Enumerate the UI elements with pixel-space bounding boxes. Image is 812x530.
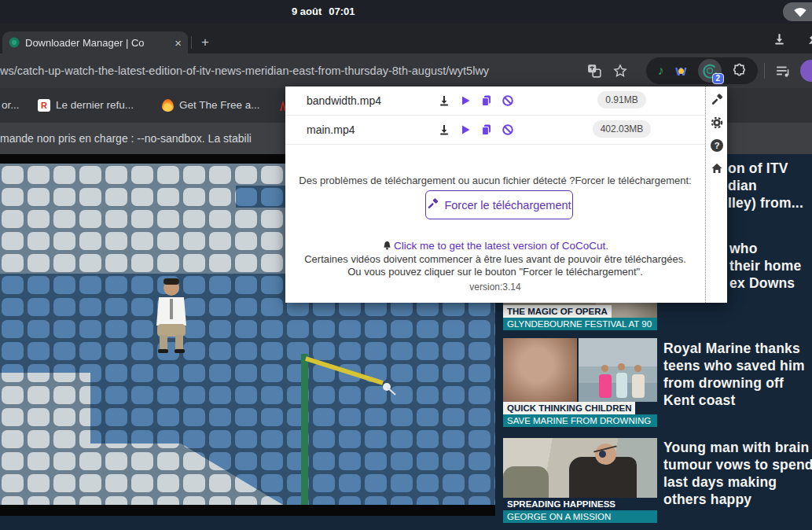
couch <box>503 466 549 498</box>
block-icon[interactable] <box>502 94 514 107</box>
marine-thumbnail-image <box>503 338 657 402</box>
bookmark-item-get-the-free[interactable]: Get The Free a... <box>179 88 260 123</box>
george-thumbnail-image <box>503 438 657 498</box>
thumbnail-banner-subtitle: GLYNDEBOURNE FESTIVAL AT 90 <box>503 318 657 330</box>
file-row: main.mp4 402.03MB <box>285 116 705 145</box>
address-toolbar: ws/catch-up-watch-the-latest-edition-of-… <box>0 53 812 88</box>
home-icon[interactable] <box>711 162 723 175</box>
downloads-icon[interactable] <box>773 32 786 49</box>
update-link[interactable]: Click me to get the latest version of Co… <box>285 240 705 252</box>
tab-close-icon[interactable]: × <box>175 37 182 49</box>
play-icon[interactable] <box>459 94 472 107</box>
hammer-icon[interactable] <box>711 94 723 106</box>
block-icon[interactable] <box>502 123 514 136</box>
extensions-group: ♪ W 2 <box>646 57 758 84</box>
force-download-button-label: Forcer le téléchargement <box>444 199 571 212</box>
infobar-message: mande non pris en charge : --no-sandbox.… <box>0 123 252 154</box>
flame-bookmark-icon <box>162 99 174 112</box>
system-time: 07:01 <box>329 6 355 17</box>
screen: 9 août 07:01 Downloader Manager | Co × +… <box>0 0 812 530</box>
system-clock[interactable]: 9 août 07:01 <box>292 6 355 17</box>
bell-icon <box>382 240 394 252</box>
article-1-headline-fragment[interactable]: on of ITV <box>728 160 788 177</box>
gear-icon[interactable] <box>711 116 723 129</box>
partial-toolbar-icon[interactable] <box>806 33 812 49</box>
download-icon[interactable] <box>438 123 450 136</box>
play-icon[interactable] <box>459 123 472 136</box>
download-manager-popup: bandwidth.mp4 0.91MB main.mp4 402.03M <box>285 86 727 303</box>
copy-icon[interactable] <box>480 123 493 136</box>
bookmark-item-le-dernier[interactable]: Le dernier refu... <box>56 88 134 123</box>
marine-face <box>503 338 577 402</box>
thumbnail-banner-title: THE MAGIC OF OPERA <box>503 305 612 318</box>
article-2-headline-fragment[interactable]: their home <box>729 257 801 274</box>
music-note-extension-icon[interactable]: ♪ <box>658 64 664 78</box>
new-tab-button[interactable]: + <box>197 34 214 51</box>
help-icon[interactable]: ? <box>711 139 723 152</box>
file-name: bandwidth.mp4 <box>307 86 381 116</box>
teen-figure <box>616 373 627 398</box>
bookmark-star-icon[interactable] <box>613 64 627 81</box>
force-download-hint: Des problèmes de téléchargement ou aucun… <box>285 175 705 186</box>
teen-figure <box>632 374 645 398</box>
popup-content: bandwidth.mp4 0.91MB main.mp4 402.03M <box>285 86 705 303</box>
thumbnail-banner-subtitle: GEORGE ON A MISSION <box>503 510 657 523</box>
bookmark-item-truncated[interactable]: or... <box>2 88 20 123</box>
article-2-headline-fragment[interactable]: ex Downs <box>729 274 795 292</box>
w-extension-dot <box>678 68 684 74</box>
file-size-badge: 402.03MB <box>593 120 652 138</box>
url-text[interactable]: ws/catch-up-watch-the-latest-edition-of-… <box>0 53 578 88</box>
thumbnail-banner-title: QUICK THINKING CHILDREN <box>503 402 635 414</box>
file-size-badge: 0.91MB <box>597 91 645 109</box>
tab-separator <box>191 36 192 49</box>
r-bookmark-icon: R <box>38 99 50 112</box>
browser-tab[interactable]: Downloader Manager | Co × <box>2 31 188 53</box>
update-link-label: Click me to get the latest version of Co… <box>394 240 608 252</box>
teen-figure <box>599 374 612 398</box>
cococut-extension-icon[interactable]: 2 <box>698 59 722 83</box>
teen-head <box>634 365 641 372</box>
teen-head <box>618 363 625 370</box>
teen-head <box>601 365 608 372</box>
george-head <box>595 444 616 465</box>
article-1-headline-fragment[interactable]: lley) from... <box>728 194 803 212</box>
w-extension-icon[interactable]: W <box>675 64 686 78</box>
file-name: main.mp4 <box>307 116 355 145</box>
article-1-headline-fragment[interactable]: dian <box>728 177 757 194</box>
playlist-icon[interactable] <box>776 64 790 81</box>
article-3-thumbnail[interactable]: QUICK THINKING CHILDREN SAVE MARINE FROM… <box>503 338 657 427</box>
eyepatch <box>599 451 606 458</box>
system-top-bar: 9 août 07:01 <box>0 0 812 24</box>
tab-title: Downloader Manager | Co <box>25 37 169 49</box>
download-icon[interactable] <box>438 94 450 107</box>
article-3-headline[interactable]: Royal Marine thanks teens who saved him … <box>663 340 812 409</box>
popup-version: version:3.14 <box>285 282 705 293</box>
popup-note: Certaines vidéos doivent commencer à êtr… <box>298 253 693 278</box>
toolbar-separator <box>764 63 765 79</box>
hammer-icon <box>427 198 439 212</box>
article-4-headline[interactable]: Young man with brain tumour vows to spen… <box>663 439 812 508</box>
force-download-button[interactable]: Forcer le téléchargement <box>425 190 573 219</box>
translate-icon[interactable] <box>586 64 602 81</box>
system-tray-button[interactable] <box>783 2 812 21</box>
extension-badge: 2 <box>712 73 724 84</box>
thumbnail-banner-title: SPREADING HAPPINESS <box>503 498 619 510</box>
thumbnail-banner-subtitle: SAVE MARINE FROM DROWNING <box>503 414 657 427</box>
tab-favicon-icon <box>9 37 20 48</box>
popup-sidebar: ? <box>705 86 727 303</box>
tab-bar: Downloader Manager | Co × + <box>0 24 812 53</box>
extensions-puzzle-icon[interactable] <box>733 63 746 79</box>
profile-avatar[interactable] <box>800 60 812 82</box>
article-4-thumbnail[interactable]: SPREADING HAPPINESS GEORGE ON A MISSION <box>503 438 657 523</box>
copy-icon[interactable] <box>480 94 493 107</box>
file-row: bandwidth.mp4 0.91MB <box>285 86 705 116</box>
system-date: 9 août <box>292 6 321 17</box>
teens-on-pier <box>579 338 657 402</box>
article-2-headline-fragment[interactable]: who <box>729 240 758 257</box>
